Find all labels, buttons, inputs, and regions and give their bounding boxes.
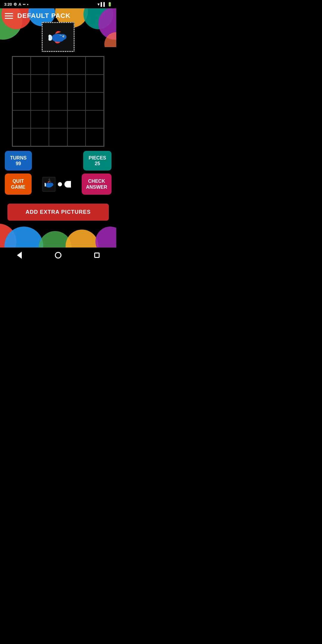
status-bar: 3:20 ⚙ A ▪▪ • ▾ ▌▌ 🔋 (0, 0, 116, 8)
grid-cell[interactable] (49, 128, 67, 146)
dot-indicator (58, 182, 62, 186)
back-icon (17, 252, 22, 259)
grid-cell[interactable] (86, 75, 104, 92)
turns-value: 99 (10, 161, 27, 166)
grid-cell[interactable] (13, 92, 31, 110)
half-circle-indicator (64, 181, 71, 188)
quit-line1: QUIT (13, 179, 24, 184)
preview-fish-svg (43, 177, 55, 191)
preview-thumbnail (42, 177, 55, 192)
check-line1: CHECK (88, 179, 105, 184)
back-button[interactable] (15, 251, 24, 260)
turns-badge: TURNS 99 (5, 151, 32, 171)
grid-cell[interactable] (67, 75, 86, 92)
check-line2: ANSWER (86, 185, 107, 190)
puzzle-image-container (0, 22, 116, 52)
pieces-value: 25 (89, 161, 106, 166)
grid-cell[interactable] (31, 57, 49, 75)
menu-line-3 (5, 18, 13, 19)
grid-cell[interactable] (86, 110, 104, 128)
recents-button[interactable] (92, 251, 101, 260)
app-title: DEFAULT PACK (17, 12, 71, 20)
action-row: QUIT GAME CHECK ANSWER (0, 171, 116, 197)
status-time: 3:20 (4, 2, 12, 7)
stats-row: TURNS 99 PIECES 25 (0, 151, 116, 171)
quit-game-button[interactable]: QUIT GAME (5, 174, 32, 194)
app-header: DEFAULT PACK (0, 8, 116, 20)
wifi-icon: ▾ (97, 2, 100, 7)
svg-point-18 (95, 227, 116, 247)
grid-cell[interactable] (31, 128, 49, 146)
menu-line-2 (5, 16, 13, 16)
puzzle-grid-container (12, 56, 104, 147)
dotted-border (42, 22, 75, 52)
accessibility-icon: A (18, 2, 21, 7)
grid-cell[interactable] (13, 75, 31, 92)
grid-cell[interactable] (67, 92, 86, 110)
svg-point-13 (49, 183, 53, 186)
grid-cell[interactable] (67, 110, 86, 128)
turns-label: TURNS (10, 155, 27, 161)
add-pictures-section: ADD EXTRA PICTURES (0, 198, 116, 224)
home-button[interactable] (54, 251, 63, 260)
grid-cell[interactable] (31, 110, 49, 128)
menu-line-1 (5, 13, 13, 14)
grid-cell[interactable] (49, 110, 67, 128)
puzzle-grid (12, 56, 104, 147)
sim-icon: ▪▪ (23, 2, 25, 7)
grid-cell[interactable] (31, 75, 49, 92)
grid-cell[interactable] (31, 92, 49, 110)
home-icon (55, 252, 61, 258)
grid-cell[interactable] (67, 128, 86, 146)
svg-point-17 (66, 230, 98, 247)
grid-cell[interactable] (49, 57, 67, 75)
quit-line2: GAME (11, 185, 25, 190)
add-extra-pictures-button[interactable]: ADD EXTRA PICTURES (7, 204, 109, 221)
menu-button[interactable] (5, 13, 13, 19)
grid-cell[interactable] (67, 57, 86, 75)
recents-icon (94, 253, 100, 258)
settings-icon: ⚙ (13, 2, 17, 7)
signal-icon: ▌▌ (101, 2, 106, 7)
grid-cell[interactable] (13, 57, 31, 75)
battery-icon: 🔋 (107, 2, 112, 7)
check-answer-button[interactable]: CHECK ANSWER (82, 174, 112, 194)
dot-icon: • (27, 2, 29, 7)
grid-cell[interactable] (49, 75, 67, 92)
grid-cell[interactable] (13, 110, 31, 128)
navigation-bar (0, 247, 116, 263)
grid-cell[interactable] (86, 128, 104, 146)
grid-cell[interactable] (86, 92, 104, 110)
grid-cell[interactable] (13, 128, 31, 146)
puzzle-preview (42, 177, 71, 192)
pieces-label: PIECES (89, 155, 106, 161)
grid-cell[interactable] (86, 57, 104, 75)
grid-cell[interactable] (49, 92, 67, 110)
bottom-decorative-circles (0, 224, 116, 247)
puzzle-image (42, 22, 75, 52)
pieces-badge: PIECES 25 (83, 151, 112, 171)
